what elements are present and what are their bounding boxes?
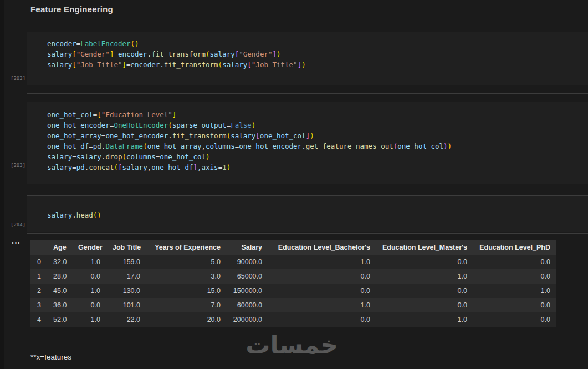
code-token: DataFrame (105, 142, 143, 150)
code-token: [ (247, 60, 252, 69)
cell-value: 150000.0 (227, 284, 268, 298)
code-token: one_hot_array (147, 142, 202, 150)
table-row: 336.00.0101.07.060000.01.00.00.0 (30, 298, 556, 312)
code-token: one_hot_col (397, 142, 443, 150)
code-token: ( (114, 163, 118, 171)
column-header: Job Title (106, 240, 146, 255)
output-collapse-indicator[interactable]: ... (12, 236, 21, 245)
code-line: salary["Job Title"]=encoder.fit_transfor… (47, 59, 588, 70)
khamsat-watermark: خمسات (249, 331, 338, 359)
code-token: salary (47, 50, 72, 58)
code-token: ) (277, 50, 281, 58)
code-token: OneHotEncoder (114, 121, 168, 129)
code-token: = (72, 163, 76, 171)
cell-value: 1.0 (72, 312, 106, 327)
code-token: "Job Title" (252, 60, 298, 69)
cell-value: 130.0 (106, 284, 146, 298)
code-token: one_hot_df (47, 142, 89, 150)
notebook-screen: Feature Engineering encoder=LabelEncoder… (0, 0, 588, 369)
table-header-row: AgeGenderJob TitleYears of ExperienceSal… (30, 240, 556, 255)
code-token: salary (47, 211, 72, 219)
cell-value: 1.0 (72, 255, 106, 269)
code-token: () (131, 39, 139, 48)
code-cell-203[interactable]: one_hot_col=["Education Level"]one_hot_e… (27, 102, 588, 184)
cell-value: 15.0 (146, 284, 227, 298)
code-token: get_feature_names_out (306, 142, 393, 150)
cell-value: 101.0 (106, 298, 146, 312)
cell-value: 3.0 (146, 269, 227, 284)
cell-value: 0.0 (473, 312, 556, 327)
cell-value: 0.0 (473, 269, 556, 284)
column-header: Age (47, 240, 72, 255)
code-token: "Gender" (239, 50, 272, 58)
code-token: salary (210, 50, 235, 58)
code-token: 1 (222, 163, 227, 171)
execution-count-204: [204] (11, 222, 25, 228)
cell-value: 1.0 (376, 269, 473, 284)
code-token: [ (118, 163, 122, 171)
code-token: salary (47, 153, 72, 161)
code-token: [ (255, 132, 260, 140)
code-token: one_hot_col (160, 153, 206, 161)
code-token: one_hot_encoder (239, 142, 301, 150)
code-line: salary=pd.concat([salary,one_hot_df],axi… (47, 162, 588, 173)
code-token: head (76, 211, 93, 219)
cell-divider (27, 233, 588, 234)
code-token: ) (443, 142, 448, 150)
column-header: Education Level_PhD (473, 240, 556, 255)
cell-value: 0.0 (473, 298, 556, 312)
code-token: [ (72, 50, 76, 58)
code-token: . (168, 132, 172, 140)
code-token: axis (202, 163, 218, 171)
code-token: salary (231, 132, 255, 140)
code-token: = (114, 50, 118, 58)
cell-value: 1.0 (473, 284, 556, 298)
code-token: . (160, 60, 164, 69)
code-token: ) (252, 121, 256, 129)
cell-value: 90000.0 (227, 255, 268, 269)
row-index: 0 (30, 255, 47, 269)
code-token: encoder (47, 39, 76, 48)
code-token: ) (301, 60, 306, 69)
cell-value: 0.0 (376, 255, 473, 269)
code-token: salary (47, 163, 72, 171)
dataframe-output-table: AgeGenderJob TitleYears of ExperienceSal… (30, 240, 556, 327)
code-token: one_hot_col (47, 110, 93, 119)
code-token: ) (227, 163, 231, 171)
code-token: columns (126, 153, 156, 161)
code-token: one_hot_encoder (47, 121, 110, 129)
code-cell-204[interactable]: salary.head() (27, 196, 588, 232)
code-token: encoder (118, 50, 147, 58)
cell-value: 200000.0 (227, 312, 268, 327)
code-token: ( (122, 153, 126, 161)
code-token: ( (218, 60, 223, 69)
code-token: salary (47, 60, 72, 69)
cell-value: 1.0 (376, 312, 473, 327)
execution-count-203: [203] (11, 163, 25, 168)
column-header: Education Level_Bachelor's (268, 240, 376, 255)
row-index: 1 (30, 269, 47, 284)
code-token: salary (76, 153, 101, 161)
column-header: Gender (72, 240, 106, 255)
cell-value: 20.0 (146, 312, 227, 327)
row-index: 2 (30, 284, 47, 298)
cell-value: 1.0 (268, 298, 376, 312)
code-token: ) (206, 153, 210, 161)
markdown-cell-source[interactable]: **x=features (30, 353, 71, 361)
code-token: = (126, 60, 131, 69)
row-index: 4 (30, 312, 47, 327)
cell-value: 159.0 (106, 255, 146, 269)
code-token: "Job Title" (76, 60, 122, 69)
code-token: ( (168, 121, 172, 129)
code-token: , (197, 163, 202, 171)
code-cell-202[interactable]: encoder=LabelEncoder()salary["Gender"]=e… (27, 32, 588, 85)
cell-value: 17.0 (106, 269, 146, 284)
column-header: Years of Experience (146, 240, 227, 255)
code-token: ] (272, 50, 277, 58)
code-token: sparse_output (172, 121, 227, 129)
cell-value: 28.0 (47, 269, 72, 284)
section-heading: Feature Engineering (30, 4, 113, 14)
code-token: pd (76, 163, 85, 171)
cell-value: 32.0 (47, 255, 72, 269)
code-token: ) (448, 142, 452, 150)
